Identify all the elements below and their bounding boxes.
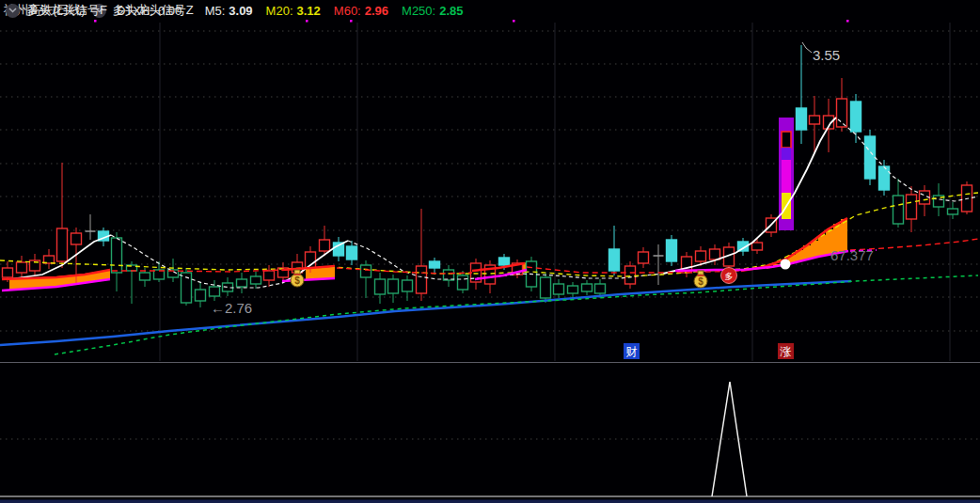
chart-canvas[interactable]: $$多财涨 3.55 ←2.76 67.377 [0,0,980,503]
candle-body [375,279,386,294]
high-price-annotation: 3.55 [813,47,840,63]
candle-body [582,284,593,291]
level-annotation: 67.377 [830,247,874,263]
candle-body [696,251,706,261]
dtxh-label: DTXH: [117,4,153,18]
candle-body [907,195,917,219]
candle-body [237,279,247,287]
candle-body [347,246,357,259]
vertical-gridlines [160,23,950,361]
candle-body [879,166,890,190]
candle-body [625,266,636,284]
candle-body [595,284,606,293]
candle-body [667,240,677,261]
candle-body [893,196,904,224]
candle-body [554,284,564,294]
candle-body [948,209,958,214]
badge-zhang[interactable]: 涨 [778,343,794,359]
signal-bar-segment [782,148,791,160]
candle-body [444,270,454,280]
collapse-sub-indicator-icon[interactable] [6,4,20,18]
badge-cai[interactable]: 财 [624,343,640,359]
candle-body [71,233,82,244]
candle-body [810,116,820,124]
candle-body [388,279,399,293]
candle-body [797,108,807,130]
candle-body [851,102,861,132]
candle-body [210,287,220,296]
candle-body [112,238,122,273]
svg-text:$: $ [294,275,300,286]
signal-bar-segment [782,160,791,193]
candle-body [568,286,578,293]
candle-body [403,280,413,291]
candle-body [430,261,440,268]
svg-text:$: $ [698,276,703,287]
candle-body [417,266,427,293]
svg-text:多: 多 [725,272,734,281]
candle-body [3,268,13,277]
white-dot-signal [781,259,791,270]
candle-body [458,275,468,290]
high-annotation-pointer [802,42,812,53]
markers: $$多 [94,20,849,288]
ma-green-dash [55,275,978,354]
candle-body [251,276,261,284]
sub-indicator-name[interactable]: 多头龙头信号F [26,2,107,19]
candle-body [320,240,330,251]
candle-body [609,249,620,271]
candle-body [499,258,510,265]
candle-body [361,265,371,277]
candle-body [837,99,847,127]
candle-body [752,243,763,250]
candle-body [264,271,275,280]
candle-body [541,277,551,298]
candle-body [57,228,68,261]
candle-body [639,252,649,263]
event-badges: 财涨 [624,343,794,359]
candle-body [140,273,150,280]
dtxh-value: 0.00 [158,4,182,18]
svg-text:财: 财 [626,345,638,358]
stock-app-window: { "header": { "symbol": "神州高铁(日线)", "ind… [0,0,980,503]
candle-body [710,249,720,259]
low-price-annotation: ←2.76 [211,300,252,316]
candle-body [196,290,206,301]
svg-text:涨: 涨 [780,345,792,358]
candle-body [334,243,344,256]
candle-body [865,136,876,179]
signal-bar-segment [782,132,791,148]
candle-body [17,262,27,273]
sub-panel-header: 多头龙头信号F DTXH: 0.00 [0,0,980,21]
money-bag-icon: $ [694,271,707,288]
duo-signal-ball: 多 [721,268,737,284]
